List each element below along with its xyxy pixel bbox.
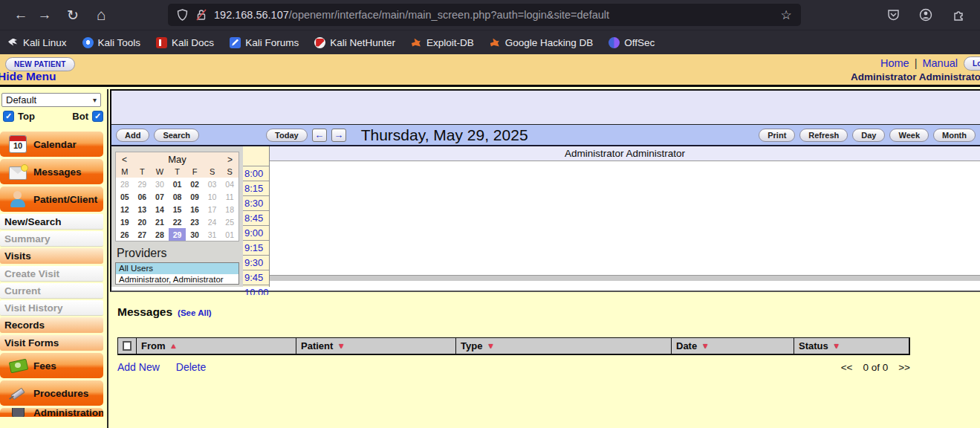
mini-calendar-day[interactable]: 18: [221, 203, 238, 215]
providers-listbox[interactable]: All Users Administrator, Administrator: [115, 262, 239, 285]
mini-calendar-day[interactable]: 28: [151, 228, 169, 241]
mini-calendar-prev[interactable]: <: [122, 155, 127, 165]
add-appointment-button[interactable]: Add: [116, 129, 149, 142]
mini-calendar-day[interactable]: 01: [221, 228, 238, 241]
select-all-checkbox[interactable]: [123, 341, 132, 351]
page-next[interactable]: >>: [898, 362, 910, 373]
time-slot-label[interactable]: 9:45: [243, 270, 269, 285]
sidebar-item-create-visit[interactable]: Create Visit: [0, 266, 103, 281]
sort-arrow-icon[interactable]: ▼: [701, 342, 709, 350]
mini-calendar-day[interactable]: 13: [134, 203, 152, 215]
sidebar-item-current[interactable]: Current: [0, 283, 103, 298]
mini-calendar-day[interactable]: 12: [116, 203, 134, 215]
sidebar-item-patient-client[interactable]: Patient/Client: [0, 187, 103, 212]
mini-calendar-day[interactable]: 04: [221, 178, 238, 190]
account-icon[interactable]: [918, 7, 934, 23]
insecure-lock-icon[interactable]: [195, 8, 208, 22]
sidebar-item-visits[interactable]: Visits: [0, 248, 103, 264]
mini-calendar-day[interactable]: 30: [186, 228, 204, 241]
time-slot-label[interactable]: 8:15: [243, 181, 269, 195]
previous-day-button[interactable]: ←: [312, 129, 327, 142]
mini-calendar-day[interactable]: 05: [116, 190, 134, 203]
sidebar-item-procedures[interactable]: Procedures: [0, 380, 103, 406]
forward-icon[interactable]: →: [33, 4, 56, 26]
time-slot-label[interactable]: 9:30: [243, 255, 269, 270]
day-view-button[interactable]: Day: [852, 129, 885, 142]
mini-calendar-day[interactable]: 19: [116, 215, 134, 228]
add-new-link[interactable]: Add New: [117, 361, 160, 373]
bookmark-item[interactable]: Google Hacking DB: [490, 37, 594, 48]
sort-arrow-icon[interactable]: ▼: [337, 342, 345, 350]
sidebar-item-records[interactable]: Records: [0, 317, 103, 333]
column-header-from[interactable]: From ▲: [137, 338, 296, 354]
bookmark-item[interactable]: Kali Docs: [156, 37, 214, 48]
month-view-button[interactable]: Month: [933, 129, 976, 142]
mini-calendar-day[interactable]: 20: [134, 215, 152, 228]
mini-calendar-day[interactable]: 25: [221, 215, 238, 228]
week-view-button[interactable]: Week: [889, 129, 929, 142]
refresh-button[interactable]: Refresh: [799, 129, 848, 142]
bot-checkbox[interactable]: ✓: [92, 111, 103, 122]
column-header-status[interactable]: Status ▼: [794, 338, 909, 354]
bookmark-star-icon[interactable]: ☆: [779, 7, 794, 22]
provider-option[interactable]: All Users: [116, 263, 238, 274]
mini-calendar-day[interactable]: 11: [221, 190, 238, 203]
menu-profile-select[interactable]: Default ▾: [1, 93, 101, 107]
mini-calendar-day[interactable]: 24: [204, 215, 221, 228]
mini-calendar-day[interactable]: 09: [186, 190, 204, 203]
sidebar-item-visit-forms[interactable]: Visit Forms: [0, 335, 103, 351]
mini-calendar-day[interactable]: 10: [204, 190, 221, 203]
search-button[interactable]: Search: [154, 129, 199, 142]
logout-button[interactable]: Logout: [964, 56, 980, 71]
horizontal-scrollbar[interactable]: [270, 275, 980, 281]
column-header-type[interactable]: Type ▼: [456, 338, 672, 354]
mini-calendar-next[interactable]: >: [227, 155, 233, 165]
sidebar-item-visit-history[interactable]: Visit History: [0, 300, 103, 315]
mini-calendar-day[interactable]: 03: [204, 178, 221, 190]
sidebar-item-new-search[interactable]: New/Search: [0, 214, 103, 229]
mini-calendar-day[interactable]: 08: [169, 190, 186, 203]
time-slot-label[interactable]: 8:30: [243, 195, 269, 210]
provider-option[interactable]: Administrator, Administrator: [116, 274, 238, 285]
print-button[interactable]: Print: [759, 129, 795, 142]
time-slot-label[interactable]: 8:00: [243, 166, 269, 181]
mini-calendar-day[interactable]: 17: [204, 203, 221, 215]
mini-calendar-day[interactable]: 28: [116, 178, 134, 190]
top-checkbox[interactable]: ✓: [3, 111, 14, 122]
sort-arrow-icon[interactable]: ▲: [170, 342, 178, 350]
mini-calendar-day[interactable]: 31: [204, 228, 221, 241]
mini-calendar-day[interactable]: 29: [134, 178, 152, 190]
address-bar[interactable]: 192.168.56.107/openemr/interface/main/ma…: [168, 4, 801, 26]
mini-calendar-day[interactable]: 26: [116, 228, 134, 241]
column-header-patient[interactable]: Patient ▼: [296, 338, 456, 354]
sidebar-item-administration[interactable]: Administration: [0, 408, 103, 417]
mini-calendar-day[interactable]: 06: [134, 190, 152, 203]
sidebar-item-messages[interactable]: Messages: [0, 159, 103, 184]
manual-link[interactable]: Manual: [922, 57, 958, 69]
bookmark-item[interactable]: Exploit-DB: [411, 37, 474, 48]
mini-calendar-day[interactable]: 23: [186, 215, 204, 228]
delete-link[interactable]: Delete: [176, 361, 206, 373]
bookmark-item[interactable]: Kali Forums: [230, 37, 299, 48]
reload-icon[interactable]: ↻: [61, 4, 85, 26]
mini-calendar-day[interactable]: 15: [169, 203, 186, 215]
extensions-icon[interactable]: [950, 7, 967, 23]
mini-calendar-day[interactable]: 30: [151, 178, 169, 190]
home-icon[interactable]: ⌂: [89, 4, 113, 26]
mini-calendar-day[interactable]: 29: [169, 228, 186, 241]
mini-calendar-day[interactable]: 21: [151, 215, 169, 228]
home-link[interactable]: Home: [880, 57, 909, 69]
mini-calendar-day[interactable]: 02: [186, 178, 204, 190]
next-day-button[interactable]: →: [331, 129, 346, 142]
appointment-area[interactable]: Administrator Administrator: [270, 146, 980, 287]
see-all-link[interactable]: (See All): [178, 308, 212, 317]
time-slot-label[interactable]: 9:00: [243, 225, 269, 240]
time-slot-label[interactable]: 8:45: [243, 210, 269, 225]
bookmark-item[interactable]: Kali Tools: [82, 37, 141, 48]
back-icon[interactable]: ←: [9, 4, 33, 26]
mini-calendar-day[interactable]: 22: [169, 215, 186, 228]
today-button[interactable]: Today: [266, 129, 308, 142]
bookmark-item[interactable]: OffSec: [609, 37, 655, 48]
column-header-date[interactable]: Date ▼: [672, 338, 794, 354]
shield-icon[interactable]: [175, 8, 189, 22]
